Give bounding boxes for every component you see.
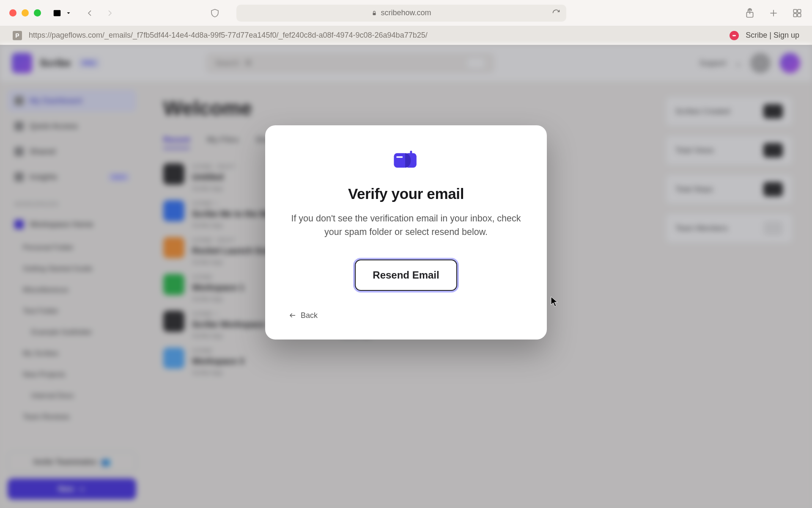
share-icon [744,8,755,19]
svg-rect-13 [410,151,412,156]
scribe-signup-label: Scribe | Sign up [746,31,799,40]
grid-icon [792,8,803,19]
browser-toolbar: scribehow.com [0,0,812,26]
svg-rect-9 [793,14,797,17]
arrow-left-icon [289,312,296,319]
window-close-button[interactable] [9,9,16,17]
svg-rect-2 [373,13,376,15]
share-button[interactable] [744,8,755,19]
svg-rect-10 [798,14,801,17]
nav-back-button[interactable] [84,8,95,19]
modal-title: Verify your email [348,185,464,202]
back-button[interactable]: Back [289,311,318,320]
pageflows-favicon: P [13,31,22,40]
privacy-shield-button[interactable] [209,8,220,19]
svg-rect-7 [793,9,797,13]
reload-icon[interactable] [552,9,560,17]
scribe-logo-icon [730,31,739,40]
svg-rect-14 [396,156,403,157]
window-maximize-button[interactable] [34,9,41,17]
plus-icon [768,8,779,19]
window-controls [9,9,41,17]
resend-email-button[interactable]: Resend Email [355,260,457,291]
shield-icon [210,8,220,18]
url-text: scribehow.com [381,8,431,17]
modal-overlay[interactable]: Verify your email If you don't see the v… [0,45,812,508]
nav-forward-button[interactable] [104,8,115,19]
mailbox-icon [393,151,419,168]
pageflows-annotation-bar: P https://pageflows.com/_emails/_f7fb5df… [0,26,812,45]
svg-rect-0 [54,10,61,16]
chevron-down-icon [66,10,71,16]
window-minimize-button[interactable] [22,9,29,17]
sidebar-toggle-button[interactable] [51,8,71,18]
svg-rect-8 [798,9,801,13]
address-bar[interactable]: scribehow.com [236,5,566,22]
verify-email-modal: Verify your email If you don't see the v… [265,125,547,340]
tab-overview-button[interactable] [792,8,803,19]
lock-icon [371,10,377,16]
pageflows-url-text: https://pageflows.com/_emails/_f7fb5df44… [29,31,723,40]
sidebar-icon [51,8,63,18]
new-tab-button[interactable] [768,8,779,19]
modal-description: If you don't see the verification email … [289,212,523,239]
